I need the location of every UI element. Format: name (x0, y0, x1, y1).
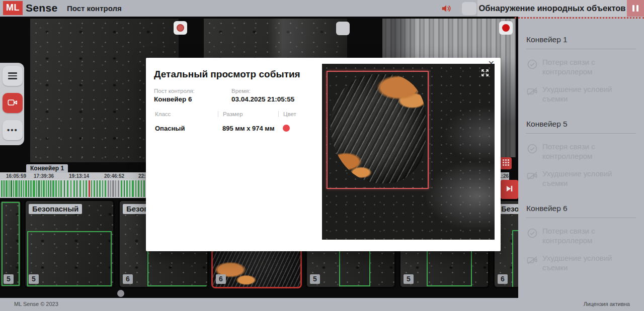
record-dot-icon (502, 24, 510, 32)
skip-end-icon (506, 185, 513, 194)
event-color-dot (283, 125, 290, 132)
timeline-tick: 20:46:52 (104, 173, 124, 179)
left-toolbar: ••• (0, 63, 24, 145)
column-header-size: Размер (218, 111, 243, 117)
check-circle-icon (526, 143, 538, 155)
detection-box-safe (27, 231, 112, 286)
alert-item-label: Потеря связи с контроллером (542, 142, 629, 161)
detection-box-danger (327, 71, 429, 189)
ellipsis-icon: ••• (7, 128, 18, 133)
sidebar-section-conveyor-5: Конвейер 5 Потеря связи с контроллером У… (526, 120, 636, 188)
menu-button[interactable] (3, 66, 23, 86)
alert-dotted-underline (515, 17, 644, 19)
alert-item-connection-loss: Потеря связи с контроллером (526, 57, 636, 76)
footer: ML Sense © 2023 Лицензия активна (0, 298, 644, 311)
record-button-feed-3[interactable] (499, 21, 513, 35)
time-label: Время: (231, 88, 251, 94)
hamburger-icon (8, 72, 17, 79)
video-camera-icon (7, 97, 18, 110)
stop-recording-button[interactable] (462, 2, 476, 15)
detection-box-safe (2, 202, 20, 286)
alert-item-capture-degradation: Ухудшение условий съемки (526, 253, 636, 272)
grid-icon (503, 159, 509, 167)
more-options-button[interactable]: ••• (3, 120, 23, 140)
timeline-conveyor-chip: Конвейер 1 (26, 164, 68, 173)
app-window: ML Sense Пост контроля Обнаружение иноро… (0, 0, 644, 311)
logo-sense-text: Sense (26, 2, 57, 14)
conveyor-badge: 6 (123, 274, 133, 284)
alert-item-label: Потеря связи с контроллером (542, 226, 629, 245)
topbar: ML Sense Пост контроля Обнаружение иноро… (0, 0, 644, 17)
page-title: Пост контроля (67, 4, 122, 13)
timeline-tick: 17:39:36 (34, 173, 54, 179)
record-dot-icon (177, 24, 184, 32)
camera-view-button[interactable] (3, 93, 23, 113)
sound-toggle-button[interactable] (441, 3, 452, 14)
alert-item-label: Ухудшение условий съемки (542, 84, 629, 103)
skip-to-live-button[interactable] (501, 180, 518, 199)
record-button-feed-2[interactable] (336, 22, 350, 35)
timeline-tick: 16:05:59 (6, 173, 26, 179)
post-value: Конвейер 6 (154, 95, 192, 103)
grid-view-button[interactable] (500, 157, 512, 169)
event-size-value: 895 мм x 974 мм (222, 125, 275, 132)
alert-item-connection-loss: Потеря связи с контроллером (526, 226, 636, 245)
detection-box-safe (512, 230, 518, 288)
event-detail-modal: ✕ Детальный просмотр события Пост контро… (146, 58, 501, 251)
conveyor-badge: 5 (310, 274, 320, 284)
post-label: Пост контроля: (154, 88, 195, 94)
thumbnail-scrollbar-handle[interactable] (117, 290, 124, 297)
event-class-value: Опасный (155, 125, 185, 132)
sidebar-section-conveyor-6: Конвейер 6 Потеря связи с контроллером У… (526, 204, 636, 272)
camera-off-icon (526, 85, 538, 97)
alert-item-capture-degradation: Ухудшение условий съемки (526, 84, 636, 103)
conveyor-badge: 5 (404, 274, 414, 284)
alert-item-label: Ухудшение условий съемки (542, 253, 629, 272)
alert-item-connection-loss: Потеря связи с контроллером (526, 142, 636, 161)
camera-off-icon (526, 170, 538, 182)
modal-title: Детальный просмотр события (154, 69, 300, 80)
section-title: Конвейер 5 (526, 120, 636, 134)
conveyor-badge: 6 (498, 274, 508, 284)
class-label: Безопасный (498, 204, 518, 214)
check-circle-icon (526, 58, 538, 70)
pause-icon (632, 5, 634, 12)
expand-icon[interactable] (479, 68, 491, 79)
alerts-sidebar: Конвейер 1 Потеря связи с контроллером У… (518, 17, 644, 298)
check-circle-icon (526, 227, 538, 239)
section-title: Конвейер 1 (526, 35, 636, 49)
app-logo: ML Sense (3, 1, 57, 15)
alert-item-label: Потеря связи с контроллером (542, 57, 629, 76)
conveyor-badge: 5 (4, 274, 14, 284)
time-value: 03.04.2025 21:05:55 (231, 95, 294, 103)
event-image (322, 64, 495, 240)
detection-mode-title: Обнаружение инородных объектов (477, 0, 627, 17)
class-label: Безопасный (29, 204, 82, 214)
column-header-color: Цвет (278, 111, 296, 117)
conveyor-badge: 5 (29, 274, 39, 284)
sidebar-section-conveyor-1: Конвейер 1 Потеря связи с контроллером У… (526, 35, 636, 103)
logo-ml-badge: ML (3, 1, 23, 15)
camera-off-icon (526, 254, 538, 266)
pause-detection-button[interactable] (627, 0, 644, 17)
speaker-icon (441, 8, 452, 16)
event-thumbnail[interactable]: Безопасный 5 (24, 199, 115, 288)
copyright-text: ML Sense © 2023 (14, 301, 58, 307)
alert-item-capture-degradation: Ухудшение условий съемки (526, 169, 636, 188)
conveyor-badge: 6 (216, 274, 226, 284)
section-title: Конвейер 6 (526, 204, 636, 218)
license-status: Лицензия активна (584, 301, 630, 307)
timeline-tick: 19:13:14 (69, 173, 89, 179)
alert-item-label: Ухудшение условий съемки (542, 169, 629, 188)
record-button-feed-1[interactable] (174, 21, 187, 35)
event-thumbnail[interactable]: 5 (0, 199, 22, 288)
column-header-class: Класс (155, 111, 171, 117)
